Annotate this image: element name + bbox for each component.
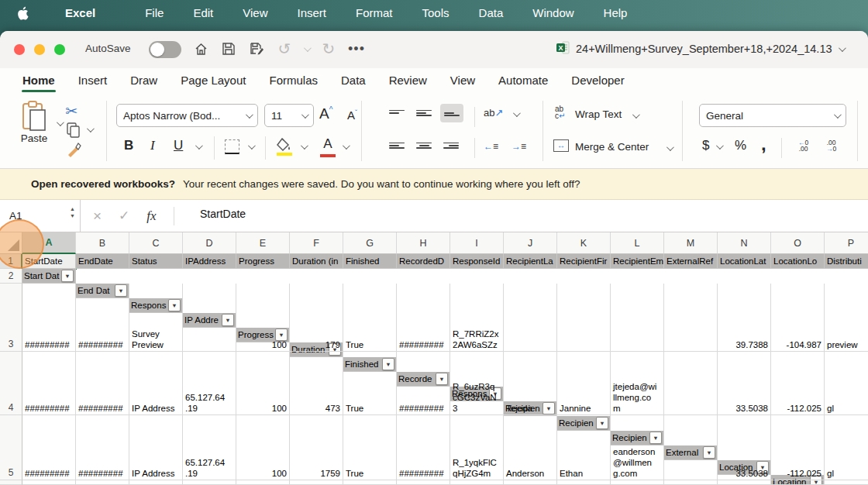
menu-item-format[interactable]: Format: [341, 6, 408, 19]
tab-home[interactable]: Home: [11, 74, 67, 95]
fill-color-icon[interactable]: [276, 138, 293, 155]
cell-L3[interactable]: [611, 284, 664, 352]
cell-A2[interactable]: Start Dat▼: [22, 269, 76, 284]
cell-C1[interactable]: Status: [129, 254, 183, 269]
cell-K6[interactable]: [557, 480, 611, 485]
apple-logo-icon[interactable]: [17, 5, 30, 21]
align-center-icon[interactable]: [416, 141, 432, 150]
menu-item-tools[interactable]: Tools: [408, 6, 464, 19]
cell-F1[interactable]: Duration (in: [290, 254, 343, 269]
cell-O4[interactable]: -112.025: [771, 352, 825, 415]
cell-A5[interactable]: #########: [22, 415, 76, 480]
cell-N6[interactable]: [718, 480, 771, 485]
cell-B3[interactable]: #########: [76, 284, 129, 352]
cell-J6[interactable]: [504, 480, 557, 485]
menu-item-window[interactable]: Window: [518, 6, 588, 19]
column-header-e[interactable]: E: [236, 232, 290, 254]
column-header-b[interactable]: B: [76, 232, 129, 254]
cell-G5[interactable]: True: [343, 415, 397, 480]
autosave-toggle[interactable]: [149, 41, 181, 58]
decrease-decimal-button[interactable]: ←0.00: [798, 139, 808, 152]
cell-A3[interactable]: #########: [22, 284, 76, 352]
currency-button[interactable]: $: [702, 138, 709, 153]
font-color-chevron-icon[interactable]: [343, 142, 350, 150]
cell-B5[interactable]: #########: [76, 415, 129, 480]
paste-chevron-icon[interactable]: [57, 119, 64, 126]
cell-H1[interactable]: RecordedD: [397, 254, 450, 269]
percent-button[interactable]: %: [735, 138, 746, 153]
cell-J5[interactable]: Anderson: [504, 415, 557, 480]
cell-E4[interactable]: 100: [236, 352, 290, 415]
cell-M3[interactable]: [664, 284, 718, 352]
cell-M6[interactable]: [664, 480, 718, 485]
name-box-spinner[interactable]: ▲▼: [70, 206, 75, 218]
wrap-text-label[interactable]: Wrap Text: [575, 108, 622, 120]
cell-J4[interactable]: Tejeda: [504, 352, 557, 415]
row-header-1[interactable]: 1: [0, 254, 22, 269]
insert-function-icon[interactable]: fx: [146, 208, 156, 224]
align-left-icon[interactable]: [389, 141, 405, 150]
cell-G6[interactable]: [343, 480, 397, 485]
font-size-select[interactable]: 11: [264, 104, 314, 127]
row-header-3[interactable]: 3: [0, 284, 22, 352]
merge-center-chevron-icon[interactable]: [666, 143, 674, 151]
menu-item-excel[interactable]: Excel: [50, 6, 110, 19]
cell-E3[interactable]: 100: [236, 284, 290, 352]
increase-font-size-button[interactable]: A^: [319, 105, 332, 122]
zoom-window-button[interactable]: [54, 44, 65, 55]
cell-M4[interactable]: [664, 352, 718, 415]
tab-formulas[interactable]: Formulas: [257, 74, 329, 95]
column-header-d[interactable]: D: [183, 232, 236, 254]
cell-H5[interactable]: #########: [397, 415, 450, 480]
cell-A6[interactable]: [22, 480, 76, 485]
cell-D3[interactable]: [183, 284, 236, 352]
cell-O3[interactable]: -104.987: [771, 284, 825, 352]
cell-C4[interactable]: IP Address: [129, 352, 183, 415]
cell-K4[interactable]: Jannine: [557, 352, 611, 415]
column-header-a[interactable]: A: [22, 232, 76, 254]
cell-P1[interactable]: Distributi: [825, 254, 868, 269]
cell-K1[interactable]: RecipientFir: [557, 254, 611, 269]
cell-L4[interactable]: jtejeda@wi llmeng.co m: [611, 352, 664, 415]
cell-P5[interactable]: gl: [825, 415, 868, 480]
cell-H6[interactable]: [397, 480, 450, 485]
filter-button[interactable]: ▼: [61, 270, 74, 282]
underline-chevron-icon[interactable]: [195, 142, 203, 150]
cell-M1[interactable]: ExternalRef: [664, 254, 718, 269]
cell-J1[interactable]: RecipientLa: [504, 254, 557, 269]
format-painter-icon[interactable]: [67, 143, 82, 160]
cell-O1[interactable]: LocationLo: [771, 254, 825, 269]
column-header-j[interactable]: J: [504, 232, 557, 254]
column-header-o[interactable]: O: [771, 232, 825, 254]
copy-chevron-icon[interactable]: [87, 125, 95, 132]
tab-page-layout[interactable]: Page Layout: [169, 74, 257, 95]
cell-G4[interactable]: True: [343, 352, 397, 415]
cell-N5[interactable]: 33.5038: [718, 415, 771, 480]
decrease-indent-icon[interactable]: ←≡: [484, 141, 498, 152]
cell-E5[interactable]: 100: [236, 415, 290, 480]
tab-automate[interactable]: Automate: [487, 74, 560, 95]
select-all-button[interactable]: [0, 232, 22, 254]
column-header-i[interactable]: I: [450, 232, 504, 254]
cell-C3[interactable]: Survey Preview: [129, 284, 183, 352]
cell-I1[interactable]: ResponseId: [450, 254, 504, 269]
comma-button[interactable]: ,: [761, 133, 766, 155]
cell-P4[interactable]: gl: [825, 352, 868, 415]
column-header-h[interactable]: H: [397, 232, 450, 254]
cell-L1[interactable]: RecipientEm: [611, 254, 664, 269]
column-header-f[interactable]: F: [290, 232, 343, 254]
cell-J3[interactable]: [504, 284, 557, 352]
increase-indent-icon[interactable]: →≡: [512, 141, 526, 152]
name-box[interactable]: A1 ▲▼: [0, 200, 81, 232]
row-header-4[interactable]: 4: [0, 352, 22, 415]
menu-item-insert[interactable]: Insert: [282, 6, 341, 19]
cell-N3[interactable]: 39.7388: [718, 284, 771, 352]
more-commands-icon[interactable]: •••: [348, 40, 365, 57]
cell-K5[interactable]: Ethan: [557, 415, 611, 480]
cell-C6[interactable]: [129, 480, 183, 485]
cell-O6[interactable]: [771, 480, 825, 485]
cell-D6[interactable]: [183, 480, 236, 485]
cell-E6[interactable]: [236, 480, 290, 485]
cell-A4[interactable]: #########: [22, 352, 76, 415]
cell-N1[interactable]: LocationLat: [718, 254, 771, 269]
